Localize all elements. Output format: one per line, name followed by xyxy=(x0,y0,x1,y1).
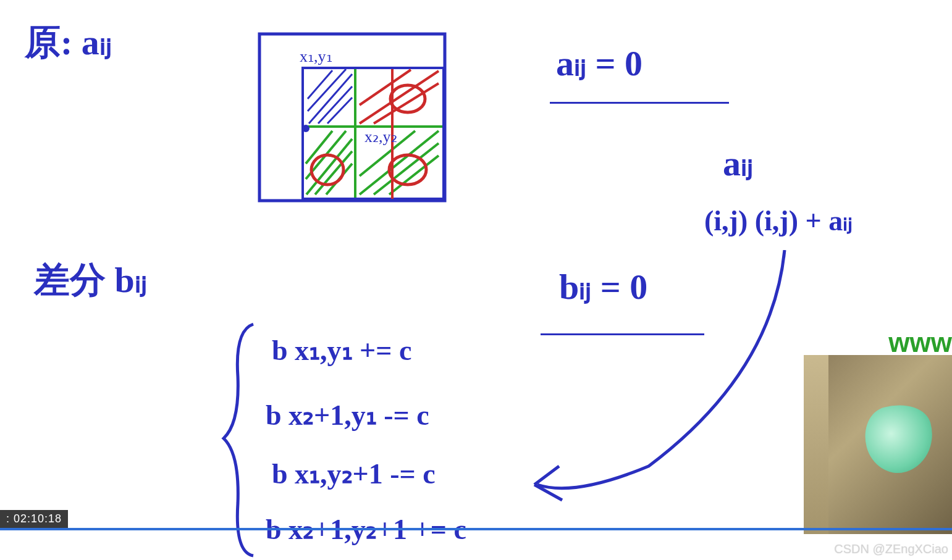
eq-aij-zero: aᵢⱼ = 0 xyxy=(556,42,642,84)
brace-icon xyxy=(216,318,266,559)
svg-line-17 xyxy=(374,143,439,194)
svg-line-4 xyxy=(309,74,352,123)
svg-line-8 xyxy=(308,70,332,99)
progress-bar[interactable] xyxy=(0,528,952,530)
diagram-prefix-sum: x₁,y₁ x₂,y₂ xyxy=(253,31,451,210)
arrow-curve xyxy=(525,250,797,509)
formula-2: b x₂+1,y₁ -= c xyxy=(266,398,429,432)
svg-rect-0 xyxy=(259,34,445,201)
url-fragment: www xyxy=(888,327,952,358)
timestamp-badge: : 02:10:18 xyxy=(0,510,68,528)
watermark: CSDN @ZEngXCiao xyxy=(834,542,948,556)
label-original: 原: aᵢⱼ xyxy=(25,19,112,67)
coord-2: x₂,y₂ xyxy=(364,128,397,146)
webcam-thumbnail xyxy=(804,355,952,534)
line-ij-plus-aij: (i,j) (i,j) + aᵢⱼ xyxy=(704,204,853,237)
whiteboard: { "topLeft": { "label": "原: aᵢⱼ" }, "dia… xyxy=(0,0,952,560)
coord-1: x₁,y₁ xyxy=(300,48,332,65)
stage: { "topLeft": { "label": "原: aᵢⱼ" }, "dia… xyxy=(0,0,952,560)
formula-1: b x₁,y₁ += c xyxy=(272,333,411,367)
formula-3: b x₁,y₂+1 -= c xyxy=(272,457,436,490)
svg-point-27 xyxy=(302,125,310,132)
underline-1 xyxy=(550,102,729,104)
svg-line-5 xyxy=(318,86,352,123)
label-difference: 差分 bᵢⱼ xyxy=(34,256,147,304)
svg-line-22 xyxy=(360,70,411,105)
term-aij: aᵢⱼ xyxy=(723,142,753,184)
svg-line-11 xyxy=(306,139,352,194)
